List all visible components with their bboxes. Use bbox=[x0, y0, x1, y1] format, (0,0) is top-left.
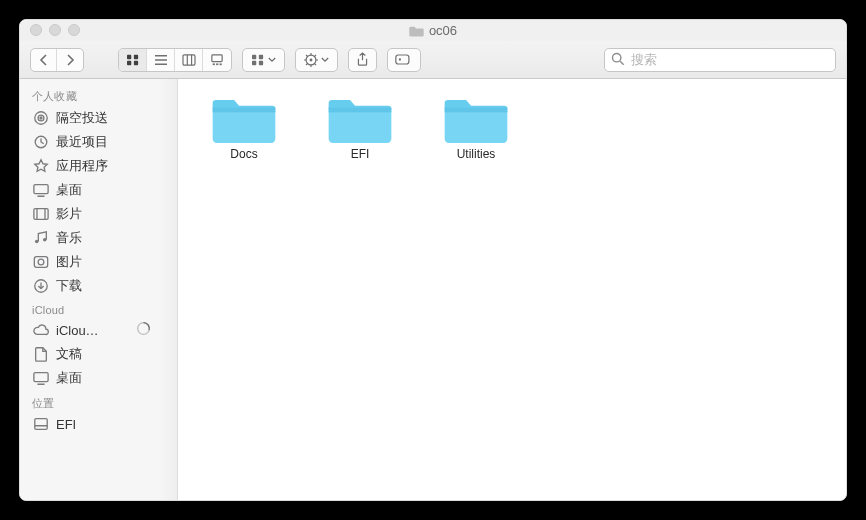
svg-line-21 bbox=[306, 63, 308, 65]
svg-rect-23 bbox=[396, 55, 409, 64]
svg-point-14 bbox=[310, 58, 313, 61]
sidebar-item-airdrop[interactable]: 隔空投送 bbox=[20, 106, 159, 130]
svg-rect-4 bbox=[183, 54, 195, 64]
svg-rect-6 bbox=[213, 63, 215, 65]
window-title: oc06 bbox=[409, 23, 457, 38]
sidebar-item-desktop[interactable]: 桌面 bbox=[20, 366, 159, 390]
folder-item[interactable]: Docs bbox=[190, 93, 298, 161]
close-dot[interactable] bbox=[30, 24, 42, 36]
movies-icon bbox=[32, 206, 50, 222]
view-icon-button[interactable] bbox=[119, 49, 147, 71]
group-menu-button[interactable] bbox=[242, 48, 285, 72]
view-switch bbox=[118, 48, 232, 72]
folder-item[interactable]: Utilities bbox=[422, 93, 530, 161]
airdrop-icon bbox=[32, 110, 50, 126]
desktop-icon bbox=[32, 370, 50, 386]
recents-icon bbox=[32, 134, 50, 150]
chevron-down-icon bbox=[321, 57, 329, 63]
finder-window: oc06 bbox=[19, 19, 847, 501]
svg-rect-10 bbox=[259, 54, 263, 58]
sidebar-item-cloud[interactable]: iClou… bbox=[20, 318, 159, 342]
progress-icon bbox=[136, 321, 151, 339]
svg-rect-38 bbox=[34, 257, 47, 268]
svg-point-37 bbox=[43, 238, 47, 242]
back-button[interactable] bbox=[31, 49, 57, 71]
svg-point-24 bbox=[399, 58, 401, 60]
forward-button[interactable] bbox=[57, 49, 83, 71]
downloads-icon bbox=[32, 278, 50, 294]
chevron-down-icon bbox=[268, 57, 276, 63]
folder-name: EFI bbox=[351, 147, 370, 161]
sidebar-item-recents[interactable]: 最近项目 bbox=[20, 130, 159, 154]
svg-line-19 bbox=[306, 55, 308, 57]
action-menu-button[interactable] bbox=[295, 48, 338, 72]
folder-icon bbox=[327, 93, 393, 145]
share-button[interactable] bbox=[348, 48, 377, 72]
view-list-button[interactable] bbox=[147, 49, 175, 71]
titlebar: oc06 bbox=[20, 20, 846, 41]
svg-rect-48 bbox=[329, 107, 392, 142]
sidebar-item-music[interactable]: 音乐 bbox=[20, 226, 159, 250]
window-title-text: oc06 bbox=[429, 23, 457, 38]
sidebar-item-label: 文稿 bbox=[56, 345, 151, 363]
svg-rect-49 bbox=[329, 107, 392, 112]
sidebar-item-label: 音乐 bbox=[56, 229, 151, 247]
sidebar[interactable]: 个人收藏隔空投送最近项目应用程序桌面影片音乐图片下载iCloudiClou…文稿… bbox=[20, 79, 177, 500]
svg-point-29 bbox=[40, 117, 42, 119]
svg-rect-8 bbox=[220, 63, 222, 65]
svg-rect-7 bbox=[216, 63, 218, 65]
sidebar-heading: 个人收藏 bbox=[20, 83, 177, 106]
svg-rect-5 bbox=[212, 54, 222, 61]
sidebar-item-label: 隔空投送 bbox=[56, 109, 151, 127]
svg-line-26 bbox=[620, 61, 624, 65]
svg-rect-46 bbox=[213, 107, 276, 142]
folder-item[interactable]: EFI bbox=[306, 93, 414, 161]
sidebar-item-pictures[interactable]: 图片 bbox=[20, 250, 159, 274]
svg-rect-51 bbox=[445, 107, 508, 112]
sidebar-item-movies[interactable]: 影片 bbox=[20, 202, 159, 226]
folder-name: Utilities bbox=[457, 147, 496, 161]
view-gallery-button[interactable] bbox=[203, 49, 231, 71]
sidebar-item-label: 最近项目 bbox=[56, 133, 151, 151]
sidebar-item-label: 影片 bbox=[56, 205, 151, 223]
cloud-icon bbox=[32, 322, 50, 338]
svg-line-22 bbox=[314, 55, 316, 57]
sidebar-item-label: 下载 bbox=[56, 277, 151, 295]
folder-small-icon bbox=[409, 25, 424, 37]
svg-rect-33 bbox=[34, 209, 48, 220]
sidebar-item-downloads[interactable]: 下载 bbox=[20, 274, 159, 298]
search-icon bbox=[611, 52, 625, 69]
folder-name: Docs bbox=[230, 147, 257, 161]
sidebar-item-label: 应用程序 bbox=[56, 157, 151, 175]
view-column-button[interactable] bbox=[175, 49, 203, 71]
svg-rect-50 bbox=[445, 107, 508, 142]
sidebar-heading: 位置 bbox=[20, 390, 177, 413]
sidebar-item-label: 桌面 bbox=[56, 369, 151, 387]
pictures-icon bbox=[32, 254, 50, 270]
search-input[interactable] bbox=[604, 48, 836, 72]
folder-icon bbox=[211, 93, 277, 145]
svg-rect-42 bbox=[34, 373, 48, 382]
search-field bbox=[604, 48, 836, 72]
svg-rect-11 bbox=[252, 60, 256, 64]
sidebar-item-label: iClou… bbox=[56, 323, 130, 338]
minimize-dot[interactable] bbox=[49, 24, 61, 36]
zoom-dot[interactable] bbox=[68, 24, 80, 36]
sidebar-item-apps[interactable]: 应用程序 bbox=[20, 154, 159, 178]
sidebar-item-doc[interactable]: 文稿 bbox=[20, 342, 159, 366]
sidebar-item-disk[interactable]: EFI bbox=[20, 413, 159, 435]
sidebar-item-label: 图片 bbox=[56, 253, 151, 271]
sidebar-item-label: EFI bbox=[56, 417, 151, 432]
svg-rect-1 bbox=[133, 54, 137, 58]
doc-icon bbox=[32, 346, 50, 362]
apps-icon bbox=[32, 158, 50, 174]
sidebar-item-desktop[interactable]: 桌面 bbox=[20, 178, 159, 202]
file-pane[interactable]: DocsEFIUtilities bbox=[178, 79, 846, 500]
disk-icon bbox=[32, 416, 50, 432]
svg-rect-44 bbox=[35, 419, 47, 430]
svg-point-39 bbox=[38, 259, 44, 265]
svg-line-20 bbox=[314, 63, 316, 65]
svg-point-25 bbox=[612, 53, 620, 61]
tags-button[interactable] bbox=[387, 48, 421, 72]
traffic-lights bbox=[30, 24, 80, 36]
